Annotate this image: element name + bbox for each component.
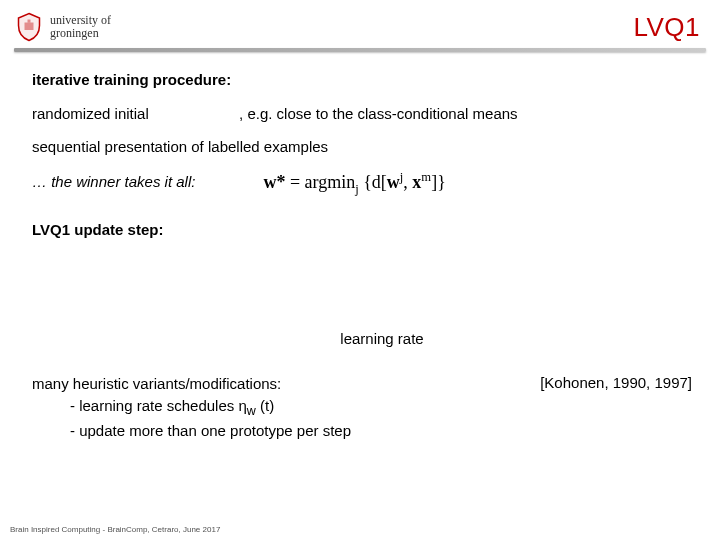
variants-row: many heuristic variants/modifications: -… bbox=[32, 373, 692, 442]
formula-open: {d[ bbox=[359, 172, 387, 192]
reference: [Kohonen, 1990, 1997] bbox=[540, 373, 692, 393]
formula-close: ]} bbox=[431, 172, 446, 192]
variants-sub2: - update more than one prototype per ste… bbox=[32, 420, 351, 442]
winner-row: … the winner takes it all: w* = argminj … bbox=[32, 171, 692, 194]
variants-sub1-c: (t) bbox=[256, 397, 274, 414]
slide-title: LVQ1 bbox=[633, 12, 706, 43]
svg-rect-1 bbox=[28, 20, 31, 23]
line1-part-b: , e.g. close to the class-conditional me… bbox=[239, 105, 517, 122]
formula-w: w bbox=[387, 172, 400, 192]
slide: university of groningen LVQ1 iterative t… bbox=[0, 0, 720, 540]
winner-text: … the winner takes it all: bbox=[32, 172, 195, 192]
variants-sub1-a: - learning rate schedules η bbox=[70, 397, 247, 414]
logo-block: university of groningen bbox=[14, 12, 111, 42]
university-crest-icon bbox=[14, 12, 44, 42]
procedure-heading: iterative training procedure: bbox=[32, 70, 692, 90]
argmin-formula: w* = argminj {d[wj, xm]} bbox=[263, 171, 445, 194]
line2-part-c: examples bbox=[260, 138, 328, 155]
formula-x: x bbox=[412, 172, 421, 192]
header: university of groningen LVQ1 bbox=[14, 6, 706, 48]
formula-comma: , bbox=[403, 172, 412, 192]
variants-sub1-b: w bbox=[247, 404, 256, 418]
line-randomized: randomized initial , e.g. close to the c… bbox=[32, 104, 692, 124]
line1-part-a: randomized initial bbox=[32, 105, 149, 122]
learning-rate-label: learning rate bbox=[32, 329, 692, 349]
university-name: university of groningen bbox=[50, 14, 111, 39]
line2-part-b: labelled bbox=[208, 138, 260, 155]
variants-sub1: - learning rate schedules ηw (t) bbox=[32, 395, 351, 420]
formula-w-star: w* bbox=[263, 172, 285, 192]
header-divider bbox=[14, 48, 706, 52]
university-name-line2: groningen bbox=[50, 27, 111, 40]
formula-eq: = argmin bbox=[285, 172, 355, 192]
line-sequential: sequential presentation of labelled exam… bbox=[32, 137, 692, 157]
update-heading: LVQ1 update step: bbox=[32, 220, 692, 240]
svg-rect-0 bbox=[25, 23, 34, 31]
footer-text: Brain Inspired Computing - BrainComp, Ce… bbox=[10, 525, 220, 534]
formula-x-sup: m bbox=[421, 170, 431, 184]
slide-body: iterative training procedure: randomized… bbox=[32, 70, 692, 442]
variants-main: many heuristic variants/modifications: bbox=[32, 373, 351, 395]
line2-part-a: sequential presentation of bbox=[32, 138, 208, 155]
variants-text: many heuristic variants/modifications: -… bbox=[32, 373, 351, 442]
